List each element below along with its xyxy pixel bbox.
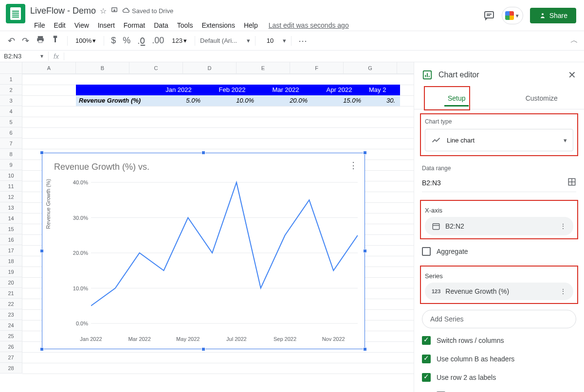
- row-header[interactable]: 26: [0, 341, 22, 352]
- row-header[interactable]: 5: [0, 117, 22, 127]
- increase-decimal-icon[interactable]: .00: [150, 34, 166, 48]
- chart-menu-icon[interactable]: ⋮: [349, 160, 358, 171]
- data-range-grid-icon[interactable]: [567, 178, 576, 188]
- chevron-down-icon: ▾: [564, 137, 567, 144]
- col-header[interactable]: B: [76, 62, 129, 73]
- currency-icon[interactable]: $: [109, 34, 118, 48]
- decrease-decimal-icon[interactable]: .0̲: [135, 34, 147, 48]
- number-format-select[interactable]: 123▾: [169, 35, 190, 46]
- row-header[interactable]: 22: [0, 299, 22, 309]
- paint-format-icon[interactable]: [50, 33, 62, 48]
- row-header[interactable]: 10: [0, 170, 22, 181]
- col-date: Apr 2022: [312, 85, 366, 95]
- font-select[interactable]: Default (Ari...: [200, 37, 244, 44]
- row-header[interactable]: 28: [0, 363, 22, 374]
- row-header[interactable]: 25: [0, 331, 22, 341]
- meet-button[interactable]: ▼: [502, 7, 523, 24]
- col-header[interactable]: G: [344, 62, 397, 73]
- data-range: Jan 2022 Feb 2022 Mar 2022 Apr 2022 May …: [76, 85, 400, 106]
- toolbar: ↶ ↷ 100% ▾ $ % .0̲ .00 123▾ Default (Ari…: [0, 31, 584, 51]
- comments-icon[interactable]: [483, 10, 495, 21]
- aggregate-checkbox[interactable]: [422, 247, 431, 256]
- fx-icon: fx: [49, 53, 64, 60]
- move-icon[interactable]: [110, 6, 118, 16]
- col-header[interactable]: D: [183, 62, 237, 73]
- col-header[interactable]: F: [290, 62, 344, 73]
- share-button[interactable]: Share: [530, 8, 576, 23]
- row-header[interactable]: 20: [0, 277, 22, 288]
- row-header[interactable]: 4: [0, 106, 22, 117]
- data-cell: 30.: [366, 95, 400, 106]
- menu-edit[interactable]: Edit: [50, 19, 70, 31]
- row-header[interactable]: 13: [0, 202, 22, 213]
- row-header[interactable]: 14: [0, 213, 22, 224]
- row-header[interactable]: 16: [0, 234, 22, 245]
- row-header[interactable]: 21: [0, 288, 22, 299]
- formula-bar[interactable]: [64, 55, 584, 57]
- data-cell: 15.0%: [312, 95, 366, 106]
- row-header[interactable]: 11: [0, 181, 22, 192]
- col-header[interactable]: C: [129, 62, 183, 73]
- row-header[interactable]: 8: [0, 149, 22, 160]
- menu-tools[interactable]: Tools: [173, 19, 197, 31]
- x-tick-label: Nov 2022: [316, 336, 350, 342]
- percent-icon[interactable]: %: [121, 34, 132, 48]
- y-tick-label: 40.0%: [69, 179, 88, 185]
- more-icon[interactable]: ⋮: [560, 287, 566, 295]
- calendar-icon: [432, 222, 440, 231]
- switch-rows-checkbox[interactable]: [422, 336, 431, 345]
- row-header[interactable]: 12: [0, 192, 22, 202]
- sheets-logo-icon[interactable]: [6, 4, 25, 23]
- row-header[interactable]: 24: [0, 320, 22, 331]
- print-icon[interactable]: [34, 33, 47, 48]
- use-col-headers-checkbox[interactable]: [422, 355, 431, 363]
- star-icon[interactable]: ☆: [100, 6, 107, 16]
- tab-customize[interactable]: Customize: [499, 88, 584, 109]
- row-header[interactable]: 18: [0, 256, 22, 267]
- xaxis-range-pill[interactable]: B2:N2 ⋮: [425, 217, 573, 235]
- menu-data[interactable]: Data: [150, 19, 172, 31]
- undo-icon[interactable]: ↶: [6, 34, 17, 48]
- name-box[interactable]: B2:N3▼: [0, 52, 49, 61]
- col-date: Jan 2022: [152, 85, 205, 95]
- col-header[interactable]: E: [237, 62, 290, 73]
- more-icon[interactable]: ⋮: [560, 222, 566, 230]
- tab-setup[interactable]: Setup: [414, 88, 499, 109]
- data-range-value[interactable]: B2:N3: [422, 179, 441, 187]
- menu-file[interactable]: File: [30, 19, 49, 31]
- font-size-select[interactable]: 10: [260, 35, 280, 46]
- menu-insert[interactable]: Insert: [94, 19, 119, 31]
- row-header[interactable]: 23: [0, 309, 22, 320]
- menu-help[interactable]: Help: [240, 19, 262, 31]
- data-range-label: Data range: [422, 165, 576, 172]
- col-header[interactable]: A: [22, 62, 76, 73]
- doc-title[interactable]: LiveFlow - Demo: [30, 6, 96, 16]
- menu-view[interactable]: View: [71, 19, 93, 31]
- embedded-chart[interactable]: Revenue Growth (%) vs. ⋮ Revenue Growth …: [42, 153, 365, 349]
- menu-format[interactable]: Format: [120, 19, 149, 31]
- close-icon[interactable]: ✕: [568, 69, 576, 81]
- row-header[interactable]: 6: [0, 127, 22, 138]
- x-tick-label: Jul 2022: [219, 336, 254, 342]
- last-edit-link[interactable]: Last edit was seconds ago: [269, 21, 349, 29]
- row-header[interactable]: 19: [0, 267, 22, 277]
- select-all-corner[interactable]: [0, 62, 22, 73]
- row-header[interactable]: 9: [0, 160, 22, 170]
- spreadsheet-grid[interactable]: A B C D E F G 12345678910111213141516171…: [0, 62, 414, 392]
- row-header[interactable]: 27: [0, 352, 22, 363]
- row-header[interactable]: 17: [0, 245, 22, 256]
- series-pill[interactable]: 123 Revenue Growth (%) ⋮: [425, 283, 573, 300]
- row-header[interactable]: 2: [0, 85, 22, 95]
- row-header[interactable]: 15: [0, 224, 22, 234]
- more-toolbar-icon[interactable]: ⋯: [296, 34, 309, 48]
- row-header[interactable]: 1: [0, 74, 22, 85]
- row-header[interactable]: 7: [0, 138, 22, 149]
- use-row-labels-checkbox[interactable]: [422, 373, 431, 382]
- menu-extensions[interactable]: Extensions: [198, 19, 238, 31]
- zoom-select[interactable]: 100% ▾: [73, 35, 99, 46]
- row-header[interactable]: 3: [0, 95, 22, 106]
- collapse-toolbar-icon[interactable]: ︿: [570, 36, 578, 46]
- add-series-button[interactable]: Add Series: [422, 310, 576, 328]
- redo-icon[interactable]: ↷: [20, 34, 31, 48]
- chart-type-select[interactable]: Line chart ▾: [425, 129, 573, 151]
